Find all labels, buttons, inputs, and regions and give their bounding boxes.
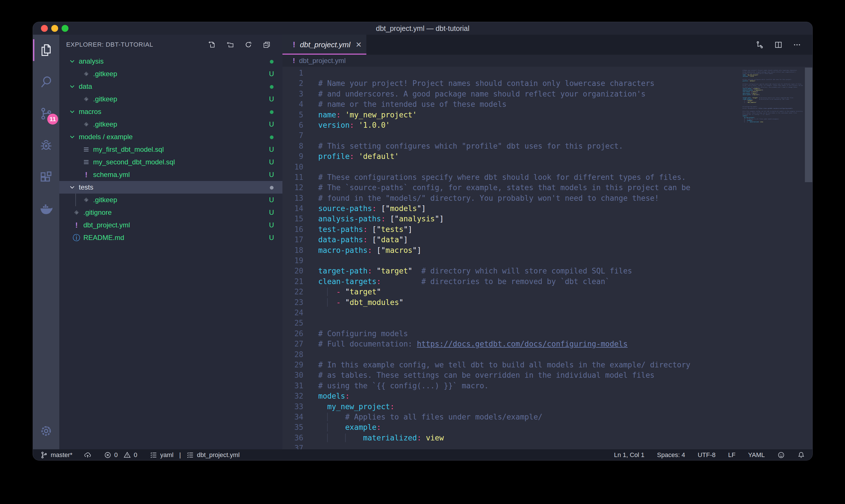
folder-status-dot <box>265 108 278 116</box>
code-comment: # using the `{{ config(...) }}` macro. <box>743 114 770 115</box>
git-branch-status[interactable]: master* <box>40 451 72 459</box>
encoding-status[interactable]: UTF-8 <box>698 451 716 459</box>
line-number: 8 <box>283 141 311 151</box>
tree-item-my-first-dbt-model-sql[interactable]: my_first_dbt_model.sqlU <box>59 143 283 156</box>
close-window-button[interactable] <box>41 25 48 32</box>
code-string: target <box>350 288 377 296</box>
code-token <box>327 423 345 432</box>
tree-item-dbt-project-yml[interactable]: !dbt_project.ymlU <box>59 219 283 231</box>
eol-status[interactable]: LF <box>728 451 736 459</box>
code-token <box>412 267 421 275</box>
gear-icon[interactable] <box>33 418 59 444</box>
tree-item-my-second-dbt-model-sql[interactable]: my_second_dbt_model.sqlU <box>59 156 283 168</box>
tree-item-readme-md[interactable]: ⓘREADME.mdU <box>59 231 283 244</box>
editor-scrollbar[interactable] <box>805 68 812 182</box>
code-token: "] <box>759 88 760 89</box>
code-comment: # Applies to all files under models/exam… <box>345 413 542 421</box>
tree-item-label: .gitkeep <box>93 196 117 204</box>
extensions-icon[interactable] <box>33 164 59 191</box>
yaml-warning-icon: ! <box>82 171 90 179</box>
debug-icon[interactable] <box>33 132 59 159</box>
yaml-schema-status[interactable]: yaml | dbt_project.yml <box>150 451 239 459</box>
more-actions-icon[interactable] <box>793 41 801 49</box>
code-string: target <box>748 100 752 101</box>
indentation-status[interactable]: Spaces: 4 <box>657 451 685 459</box>
code-token: : <box>372 204 377 213</box>
code-string: models <box>754 88 758 89</box>
tab-dbt-project-yml[interactable]: ! dbt_project.yml ✕ <box>283 35 366 55</box>
code-line: 37 <box>283 443 812 449</box>
tree-item--gitignore[interactable]: .gitignoreU <box>59 206 283 219</box>
refresh-icon[interactable] <box>245 41 252 48</box>
code-token: "] <box>412 246 421 255</box>
code-key: clean-targets <box>743 98 752 100</box>
code-comment: # In this example config, we tell dbt to… <box>318 361 690 369</box>
tree-item-models-example[interactable]: models / example <box>59 130 283 143</box>
zoom-window-button[interactable] <box>61 25 69 32</box>
code-string: data <box>753 92 756 94</box>
tree-item--gitkeep[interactable]: .gitkeepU <box>59 68 283 80</box>
collapse-all-icon[interactable] <box>263 41 270 48</box>
code-token: : <box>367 246 372 255</box>
error-count: 0 <box>114 451 118 459</box>
problems-status[interactable]: 0 0 <box>104 451 138 459</box>
publish-changes-button[interactable] <box>84 451 91 459</box>
line-number: 7 <box>283 130 311 141</box>
tree-item-macros[interactable]: macros <box>59 105 283 118</box>
compare-changes-icon[interactable] <box>756 41 763 49</box>
line-number: 32 <box>283 391 311 401</box>
source-control-icon[interactable]: 11 <box>33 101 59 127</box>
line-number: 10 <box>283 162 311 172</box>
folder-status-dot <box>265 83 278 90</box>
code-comment: # Full documentation: <box>318 340 417 348</box>
code-line: 27# Full documentation: https://docs.get… <box>283 339 812 349</box>
code-token <box>377 204 381 213</box>
git-file-icon <box>82 196 90 204</box>
yaml-warning-icon: ! <box>72 221 80 229</box>
tree-item--gitkeep[interactable]: .gitkeepU <box>59 93 283 105</box>
code-token: - <box>336 288 341 296</box>
split-editor-icon[interactable] <box>775 41 782 49</box>
feedback-smiley-icon[interactable] <box>777 451 785 459</box>
tree-item-tests[interactable]: tests <box>59 181 283 194</box>
code-comment: # The `source-paths` config, for example… <box>743 85 803 86</box>
cursor-position[interactable]: Ln 1, Col 1 <box>614 451 644 459</box>
search-icon[interactable] <box>33 69 59 95</box>
minimize-window-button[interactable] <box>51 25 58 32</box>
new-folder-icon[interactable] <box>226 41 234 48</box>
tree-item-analysis[interactable]: analysis <box>59 55 283 68</box>
code-token <box>367 235 372 244</box>
code-string: tests <box>753 91 756 92</box>
code-token <box>372 246 377 255</box>
indent-guide <box>75 194 76 206</box>
explorer-icon[interactable] <box>33 37 59 63</box>
new-file-icon[interactable] <box>208 41 215 48</box>
tree-item-schema-yml[interactable]: !schema.ymlU <box>59 168 283 181</box>
line-number: 26 <box>283 328 311 339</box>
code-token <box>327 298 336 307</box>
code-editor[interactable]: 12# Name your project! Project names sho… <box>283 67 812 449</box>
language-mode[interactable]: YAML <box>748 451 765 459</box>
activity-bar: 11 <box>33 35 59 449</box>
line-number: 19 <box>283 255 311 266</box>
bell-icon[interactable] <box>797 451 805 459</box>
untracked-badge: U <box>265 158 278 166</box>
tree-item-data[interactable]: data <box>59 80 283 93</box>
code-comment: # Configuring models <box>743 106 757 107</box>
untracked-badge: U <box>265 145 278 154</box>
code-token: : <box>747 115 748 116</box>
tree-item--gitkeep[interactable]: .gitkeepU <box>59 194 283 206</box>
code-token: "] <box>417 204 426 213</box>
breadcrumb-file[interactable]: dbt_project.yml <box>299 57 346 65</box>
code-token <box>747 121 750 123</box>
code-key: example <box>747 120 752 121</box>
tree-item--gitkeep[interactable]: .gitkeepU <box>59 118 283 130</box>
sql-file-icon <box>82 158 90 166</box>
code-token: [" <box>381 204 390 213</box>
minimap[interactable]: # Name your project! Project names shoul… <box>743 68 805 143</box>
code-token: : <box>390 402 394 411</box>
code-string: 'default' <box>359 152 399 161</box>
docker-icon[interactable] <box>33 196 59 222</box>
close-tab-icon[interactable]: ✕ <box>356 40 362 49</box>
code-token <box>318 423 327 432</box>
